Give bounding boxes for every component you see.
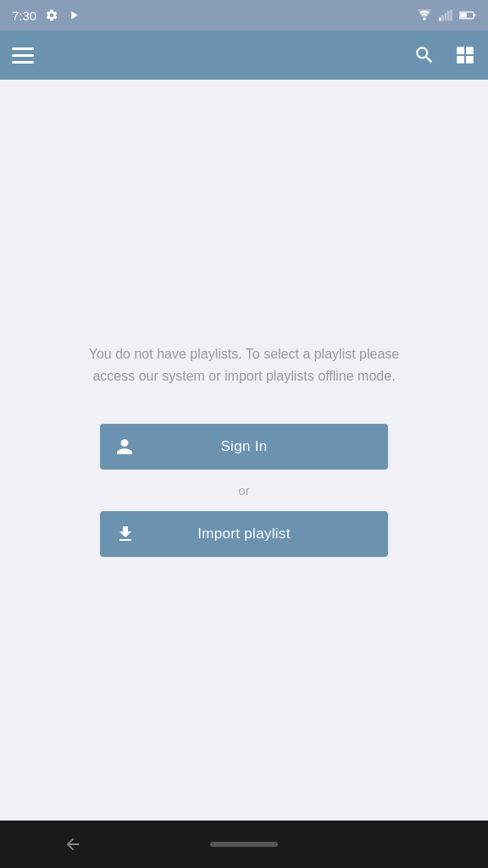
svg-rect-1 [439,18,441,21]
svg-rect-3 [445,13,447,20]
svg-rect-4 [447,11,450,21]
menu-button[interactable] [12,47,34,64]
import-playlist-label: Import playlist [197,526,290,542]
toolbar [0,31,488,80]
status-bar: 7:30 [0,0,488,31]
svg-rect-7 [474,14,475,16]
settings-icon [45,8,58,22]
sign-in-button[interactable]: Sign In [100,424,388,470]
bottom-nav [0,821,488,868]
back-button[interactable] [64,835,82,854]
grid-button[interactable] [454,44,476,66]
import-playlist-button[interactable]: Import playlist [100,511,388,557]
svg-point-0 [424,18,426,20]
status-time: 7:30 [12,8,36,23]
download-icon [115,524,136,544]
main-content: You do not have playlists. To select a p… [0,80,488,821]
or-divider: or [238,483,249,498]
empty-message: You do not have playlists. To select a p… [75,343,413,387]
signal-icon [439,9,452,21]
wifi-icon [417,9,432,21]
sign-in-label: Sign In [220,438,267,455]
svg-rect-5 [450,9,452,20]
search-button[interactable] [413,44,435,66]
buttons-container: Sign In or Import playlist [100,424,388,557]
battery-icon [459,9,476,21]
home-indicator [210,842,278,847]
svg-rect-2 [441,15,444,21]
play-icon [67,8,80,22]
user-icon [115,437,134,456]
svg-rect-8 [460,13,467,17]
